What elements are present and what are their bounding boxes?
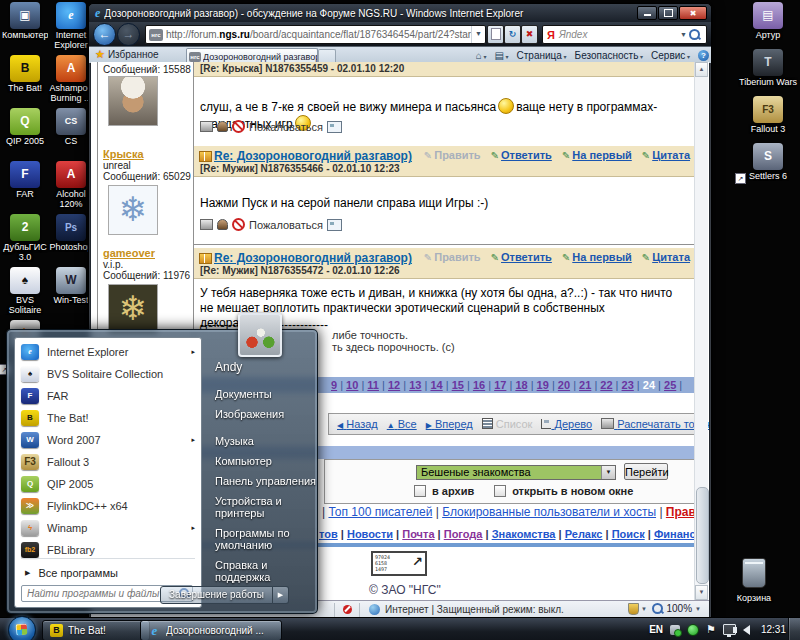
taskbar-button-thebat[interactable]: B The Bat! bbox=[42, 620, 150, 640]
username-link[interactable]: gameover bbox=[103, 247, 155, 259]
report-icon[interactable] bbox=[232, 120, 245, 133]
stop-button[interactable]: ✖ bbox=[521, 25, 538, 44]
site-link[interactable]: Почта bbox=[393, 528, 434, 540]
scroll-up-icon[interactable]: ▲ bbox=[695, 62, 708, 77]
page-link[interactable]: 15 bbox=[443, 379, 464, 391]
post-action-link[interactable]: Цитата bbox=[642, 251, 690, 263]
print-post-icon[interactable] bbox=[200, 219, 213, 230]
desktop-shortcut[interactable]: Q QIP 2005 bbox=[2, 108, 48, 160]
archive-checkbox[interactable] bbox=[414, 485, 426, 497]
taskbar-button-ie[interactable]: e Дозороновогодний ... bbox=[140, 620, 282, 640]
address-bar[interactable]: нгс http://forum.ngs.ru/board/acquaintan… bbox=[145, 25, 486, 44]
protected-mode-button[interactable]: ▼ bbox=[628, 603, 647, 615]
start-menu-program[interactable]: F3 Fallout 3 bbox=[15, 451, 201, 473]
page-link[interactable]: 10 bbox=[337, 379, 358, 391]
close-button[interactable]: ✖ bbox=[679, 6, 707, 20]
admin-link[interactable]: Топ 100 писателей bbox=[328, 505, 432, 519]
post-action-link[interactable]: Править bbox=[424, 251, 481, 263]
page-link[interactable]: 21 bbox=[570, 379, 591, 391]
nav-forward-link[interactable]: ▶ Вперед bbox=[426, 418, 473, 430]
command-menu-item[interactable]: Безопасность bbox=[575, 50, 643, 61]
home-icon[interactable]: ⌂ bbox=[476, 50, 487, 61]
address-dropdown-icon[interactable]: ▼ bbox=[471, 26, 485, 43]
volume-icon[interactable] bbox=[743, 625, 750, 635]
search-box[interactable]: Я Яndex ▼ bbox=[542, 25, 707, 44]
user-name-link[interactable]: Andy bbox=[201, 356, 317, 384]
url-text[interactable]: http://forum.ngs.ru/board/acquaintance/f… bbox=[166, 29, 471, 40]
start-menu-program[interactable]: F FAR bbox=[15, 385, 201, 407]
clock[interactable]: 12:31 bbox=[761, 624, 786, 635]
site-link[interactable]: Знакомства bbox=[482, 528, 555, 540]
post-action-link[interactable]: На первый bbox=[562, 149, 632, 161]
forum-select[interactable]: Бешеные знакомства ▼ bbox=[416, 465, 616, 480]
start-menu-program[interactable]: ϟ Winamp ▸ bbox=[15, 517, 201, 539]
page-link[interactable]: 23 bbox=[613, 379, 634, 391]
language-indicator[interactable]: EN bbox=[649, 624, 663, 635]
site-link[interactable]: Новости bbox=[338, 528, 393, 540]
print-icon[interactable]: ▤ bbox=[494, 50, 508, 61]
start-menu-place[interactable]: Документы bbox=[201, 384, 317, 404]
post-action-link[interactable]: Цитата bbox=[642, 149, 690, 161]
maximize-button[interactable] bbox=[658, 6, 678, 20]
scrollbar-thumb[interactable] bbox=[696, 487, 709, 584]
report-icon[interactable] bbox=[232, 218, 245, 231]
report-link[interactable]: Пожаловаться bbox=[249, 219, 323, 231]
command-menu-item[interactable]: Сервис bbox=[651, 50, 690, 61]
site-link[interactable]: тов bbox=[319, 528, 338, 540]
page-link[interactable]: 25 bbox=[655, 379, 676, 391]
print-post-icon[interactable] bbox=[200, 121, 213, 132]
start-menu-place[interactable]: Изображения bbox=[201, 404, 317, 424]
page-link[interactable]: 13 bbox=[400, 379, 421, 391]
page-link[interactable]: 19 bbox=[528, 379, 549, 391]
go-button[interactable]: Перейти bbox=[624, 463, 668, 480]
page-link[interactable]: 16 bbox=[464, 379, 485, 391]
update-tray-icon[interactable] bbox=[670, 625, 680, 635]
desktop-shortcut[interactable]: 2 ДубльГИС 3.0 bbox=[2, 214, 48, 266]
admin-link[interactable]: Блокированные пользователи и хосты bbox=[432, 505, 656, 519]
report-link[interactable]: Пожаловаться bbox=[249, 121, 323, 133]
site-link[interactable]: Поиск bbox=[602, 528, 644, 540]
newwindow-checkbox[interactable] bbox=[494, 485, 506, 497]
print-topic-link[interactable]: Распечатать топик bbox=[601, 418, 709, 430]
post-action-link[interactable]: Править bbox=[424, 149, 481, 161]
start-menu-place[interactable]: Музыка bbox=[201, 431, 317, 451]
username-link[interactable]: Крыска bbox=[103, 148, 144, 160]
desktop-shortcut[interactable]: S Settlers 6 bbox=[738, 143, 798, 181]
desktop-shortcut[interactable]: ▣ Компьютер bbox=[2, 2, 48, 54]
user-info-icon[interactable] bbox=[217, 219, 228, 230]
page-link[interactable]: 18 bbox=[506, 379, 527, 391]
hit-counter[interactable]: 9702461581497 ↗ bbox=[371, 551, 427, 576]
images-icon[interactable] bbox=[327, 121, 342, 133]
page-scrollbar[interactable]: ▲ ▼ bbox=[694, 62, 708, 600]
start-menu-place[interactable]: Устройства и принтеры bbox=[201, 491, 317, 523]
desktop-shortcut[interactable]: F FAR bbox=[2, 161, 48, 213]
start-menu-place[interactable]: Справка и поддержка bbox=[201, 555, 317, 587]
shutdown-options-icon[interactable]: ▶ bbox=[273, 586, 289, 604]
minimize-button[interactable] bbox=[637, 6, 657, 20]
desktop-shortcut[interactable]: B The Bat! bbox=[2, 55, 48, 107]
page-link[interactable]: 12 bbox=[379, 379, 400, 391]
user-info-icon[interactable] bbox=[217, 121, 228, 132]
help-icon[interactable]: ? bbox=[698, 50, 709, 61]
refresh-button[interactable]: ↻ bbox=[504, 25, 521, 44]
search-dropdown-icon[interactable]: ▼ bbox=[678, 31, 689, 38]
start-menu-program[interactable]: ≫ FlylinkDC++ x64 bbox=[15, 495, 201, 517]
back-button[interactable]: ← bbox=[93, 23, 116, 46]
start-menu-program[interactable]: ♠ BVS Solitaire Collection bbox=[15, 363, 201, 385]
images-icon[interactable] bbox=[327, 219, 342, 231]
start-menu-program[interactable]: Q QIP 2005 bbox=[15, 473, 201, 495]
page-link[interactable]: 14 bbox=[421, 379, 442, 391]
post-title-link[interactable]: Re: Дозороновогодний разгавор) bbox=[214, 251, 412, 265]
view-tree-link[interactable]: Дерево bbox=[541, 418, 592, 430]
recycle-bin[interactable]: Корзина bbox=[722, 558, 786, 603]
desktop-shortcut[interactable]: ▤ Артур bbox=[738, 2, 798, 40]
site-link[interactable]: Релакс bbox=[556, 528, 603, 540]
command-menu-item[interactable]: Страница bbox=[517, 50, 567, 61]
desktop-shortcut[interactable]: T Tiberium Wars bbox=[738, 49, 798, 87]
show-desktop-button[interactable] bbox=[788, 618, 800, 640]
all-programs-button[interactable]: ▶ Все программы bbox=[25, 567, 118, 579]
qip-tray-icon[interactable] bbox=[687, 624, 699, 636]
scroll-down-icon[interactable]: ▼ bbox=[695, 585, 708, 600]
start-menu-place[interactable]: Программы по умолчанию bbox=[201, 523, 317, 555]
compatibility-view-button[interactable] bbox=[487, 25, 504, 44]
